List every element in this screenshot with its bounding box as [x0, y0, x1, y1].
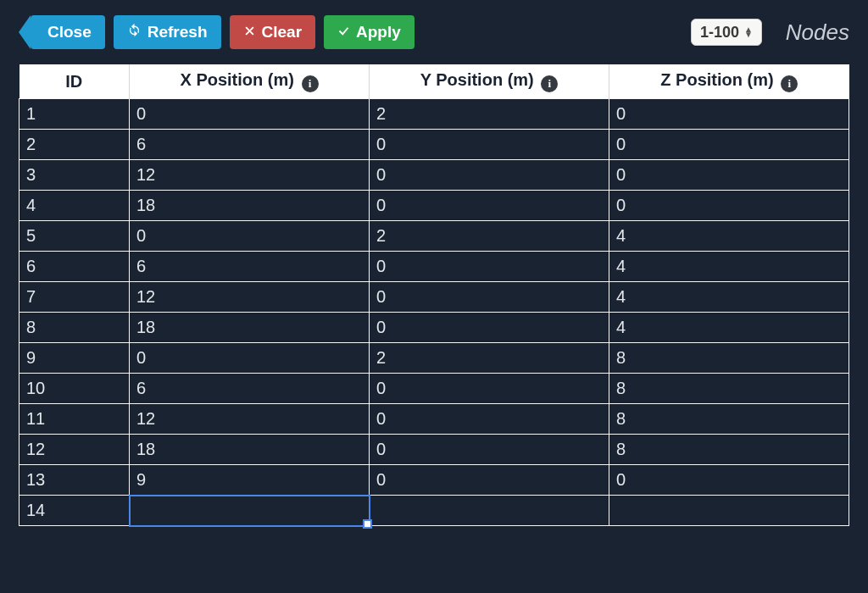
cell-y[interactable]: 0	[370, 374, 609, 404]
cell-id[interactable]: 2	[19, 130, 130, 160]
cell-x[interactable]: 0	[130, 343, 370, 374]
col-header-y[interactable]: Y Position (m) i	[370, 64, 609, 99]
cell-y[interactable]: 0	[370, 465, 609, 496]
cell-y[interactable]: 0	[370, 282, 609, 313]
cell-x[interactable]	[130, 496, 370, 526]
cell-id[interactable]: 5	[19, 221, 130, 252]
cell-id[interactable]: 6	[19, 252, 130, 282]
table-row: 14	[19, 496, 849, 526]
clear-button[interactable]: Clear	[230, 15, 316, 49]
cell-id[interactable]: 12	[19, 435, 130, 465]
cell-x[interactable]: 18	[130, 313, 370, 343]
cell-x[interactable]: 6	[130, 374, 370, 404]
cell-x[interactable]: 12	[130, 160, 370, 191]
cell-id[interactable]: 8	[19, 313, 130, 343]
close-button[interactable]: Close	[31, 15, 105, 49]
cell-y[interactable]: 0	[370, 191, 609, 221]
check-icon	[337, 23, 350, 42]
page-title: Nodes	[786, 19, 849, 46]
cell-y[interactable]: 0	[370, 404, 609, 435]
cell-id[interactable]: 9	[19, 343, 130, 374]
col-header-z[interactable]: Z Position (m) i	[609, 64, 849, 99]
table-row: 121808	[19, 435, 849, 465]
info-icon[interactable]: i	[781, 75, 798, 92]
cell-z[interactable]: 0	[609, 465, 849, 496]
cell-z[interactable]: 4	[609, 252, 849, 282]
cell-y[interactable]: 2	[370, 221, 609, 252]
cell-z[interactable]: 4	[609, 282, 849, 313]
cell-z[interactable]: 0	[609, 99, 849, 130]
clear-button-label: Clear	[262, 23, 303, 42]
cell-id[interactable]: 1	[19, 99, 130, 130]
table-row: 71204	[19, 282, 849, 313]
table-row: 5024	[19, 221, 849, 252]
table-row: 9028	[19, 343, 849, 374]
range-select-value: 1-100	[700, 24, 739, 42]
table-row: 31200	[19, 160, 849, 191]
cell-x[interactable]: 6	[130, 252, 370, 282]
refresh-button[interactable]: Refresh	[114, 15, 221, 49]
table-row: 41800	[19, 191, 849, 221]
cell-y[interactable]: 2	[370, 343, 609, 374]
table-row: 2600	[19, 130, 849, 160]
col-header-id[interactable]: ID	[19, 64, 130, 99]
table-row: 6604	[19, 252, 849, 282]
stepper-icon: ▲▼	[744, 27, 753, 37]
cell-z[interactable]: 8	[609, 374, 849, 404]
range-select[interactable]: 1-100 ▲▼	[691, 19, 762, 46]
close-button-label: Close	[47, 23, 92, 42]
col-header-x-label: X Position (m)	[180, 70, 293, 89]
cell-x[interactable]: 12	[130, 404, 370, 435]
cell-z[interactable]	[609, 496, 849, 526]
cell-y[interactable]: 0	[370, 130, 609, 160]
cell-id[interactable]: 4	[19, 191, 130, 221]
info-icon[interactable]: i	[541, 75, 558, 92]
cell-y[interactable]: 0	[370, 252, 609, 282]
cell-id[interactable]: 13	[19, 465, 130, 496]
table-row: 81804	[19, 313, 849, 343]
cell-x[interactable]: 12	[130, 282, 370, 313]
cell-z[interactable]: 8	[609, 343, 849, 374]
refresh-button-label: Refresh	[147, 23, 208, 42]
table-row: 13900	[19, 465, 849, 496]
col-header-id-label: ID	[65, 72, 82, 91]
table-row: 111208	[19, 404, 849, 435]
cell-x[interactable]: 0	[130, 221, 370, 252]
info-icon[interactable]: i	[302, 75, 319, 92]
x-icon	[243, 23, 256, 42]
apply-button-label: Apply	[356, 23, 401, 42]
cell-id[interactable]: 3	[19, 160, 130, 191]
col-header-x[interactable]: X Position (m) i	[130, 64, 370, 99]
col-header-z-label: Z Position (m)	[660, 70, 773, 89]
table-row: 10608	[19, 374, 849, 404]
cell-id[interactable]: 7	[19, 282, 130, 313]
toolbar: Close Refresh Clear Apply 1-100 ▲▼	[19, 15, 849, 49]
cell-x[interactable]: 18	[130, 191, 370, 221]
cell-y[interactable]: 0	[370, 313, 609, 343]
cell-y[interactable]: 0	[370, 160, 609, 191]
cell-id[interactable]: 10	[19, 374, 130, 404]
cell-id[interactable]: 11	[19, 404, 130, 435]
cell-y[interactable]	[370, 496, 609, 526]
cell-z[interactable]: 8	[609, 404, 849, 435]
table-row: 1020	[19, 99, 849, 130]
apply-button[interactable]: Apply	[324, 15, 415, 49]
cell-id[interactable]: 14	[19, 496, 130, 526]
cell-z[interactable]: 4	[609, 313, 849, 343]
cell-z[interactable]: 0	[609, 130, 849, 160]
cell-z[interactable]: 0	[609, 160, 849, 191]
cell-y[interactable]: 0	[370, 435, 609, 465]
cell-x[interactable]: 6	[130, 130, 370, 160]
col-header-y-label: Y Position (m)	[420, 70, 534, 89]
cell-z[interactable]: 4	[609, 221, 849, 252]
cell-z[interactable]: 8	[609, 435, 849, 465]
cell-y[interactable]: 2	[370, 99, 609, 130]
refresh-icon	[127, 23, 142, 42]
nodes-table: ID X Position (m) i Y Position (m) i Z P…	[19, 64, 849, 526]
cell-x[interactable]: 0	[130, 99, 370, 130]
cell-z[interactable]: 0	[609, 191, 849, 221]
cell-x[interactable]: 9	[130, 465, 370, 496]
cell-x[interactable]: 18	[130, 435, 370, 465]
